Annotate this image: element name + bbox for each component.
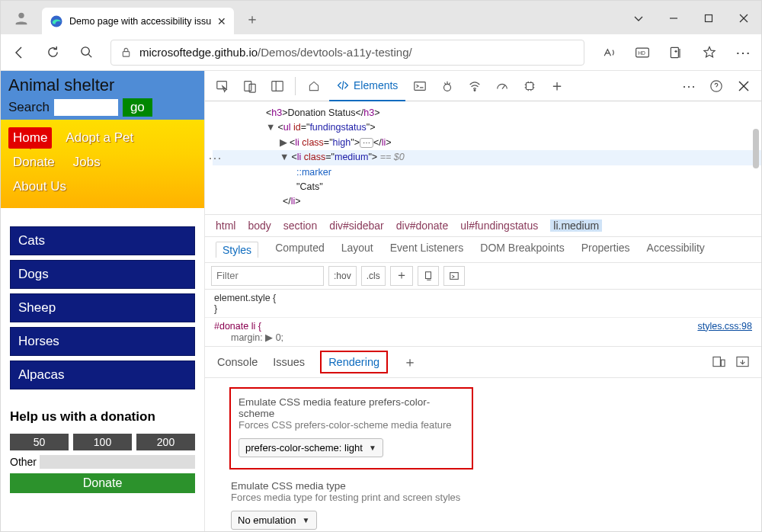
tab-welcome[interactable] <box>300 71 328 101</box>
page-header: Animal shelter Search go <box>1 71 204 120</box>
go-button[interactable]: go <box>123 98 152 117</box>
svg-line-7 <box>88 54 91 57</box>
tab-accessibility[interactable]: Accessibility <box>647 242 705 258</box>
category-item[interactable]: Alpacas <box>10 361 195 389</box>
amount-option[interactable]: 200 <box>136 434 195 450</box>
hov-toggle[interactable]: :hov <box>328 266 357 286</box>
scrollbar-thumb[interactable] <box>753 129 759 168</box>
more-tabs-button[interactable]: ＋ <box>544 73 570 99</box>
nav-home[interactable]: Home <box>8 127 52 149</box>
crumb[interactable]: div#sidebar <box>329 220 384 232</box>
more-drawer-tabs[interactable]: ＋ <box>403 353 417 371</box>
svg-line-20 <box>502 85 505 89</box>
copy-styles-icon[interactable] <box>418 266 439 286</box>
other-amount-input[interactable] <box>40 455 195 469</box>
collections-icon[interactable] <box>667 43 685 62</box>
crumb[interactable]: section <box>283 220 317 232</box>
svg-rect-8 <box>123 52 129 57</box>
menu-icon[interactable]: ⋯ <box>734 43 752 62</box>
dom-tree[interactable]: <h3>Donation Status</h3> ▼<ul id="fundin… <box>205 101 761 214</box>
color-scheme-select[interactable]: prefers-color-scheme: light▼ <box>239 438 383 457</box>
svg-point-6 <box>81 47 88 55</box>
url-field[interactable]: microsoftedge.github.io/Demos/devtools-a… <box>110 40 584 66</box>
media-type-select[interactable]: No emulation▼ <box>231 511 317 530</box>
back-button[interactable] <box>10 43 28 62</box>
breadcrumbs[interactable]: html body section div#sidebar div#donate… <box>205 214 761 236</box>
svg-rect-11 <box>671 47 678 57</box>
nav-about[interactable]: About Us <box>8 176 71 197</box>
new-tab-button[interactable]: ＋ <box>242 8 263 30</box>
search-input[interactable] <box>54 99 118 116</box>
console-icon[interactable] <box>407 73 433 99</box>
crumb[interactable]: html <box>216 220 235 232</box>
donate-button[interactable]: Donate <box>10 473 195 493</box>
nav-jobs[interactable]: Jobs <box>69 152 105 173</box>
edge-icon <box>50 14 63 28</box>
devtools-toolbar: Elements ＋ ⋯ <box>205 71 761 101</box>
category-item[interactable]: Horses <box>10 327 195 356</box>
tab-close-icon[interactable]: ✕ <box>217 15 226 27</box>
tab-rendering[interactable]: Rendering <box>320 351 388 373</box>
svg-rect-17 <box>415 82 425 90</box>
css-rules[interactable]: element.style { } <box>205 290 761 317</box>
crumb-selected[interactable]: li.medium <box>550 220 602 232</box>
close-window-button[interactable] <box>726 4 761 33</box>
css-rules[interactable]: styles.css:98 #donate li { margin: ▶ 0; <box>205 317 761 346</box>
tab-layout[interactable]: Layout <box>341 242 373 258</box>
category-item[interactable]: Sheep <box>10 293 195 322</box>
category-item[interactable]: Cats <box>10 226 195 255</box>
rendered-page: Animal shelter Search go Home Adopt a Pe… <box>1 71 205 532</box>
devtools: Elements ＋ ⋯ <h3>Donation Status</h3> ▼<… <box>205 71 761 532</box>
styles-filter-input[interactable] <box>211 266 324 286</box>
tab-console[interactable]: Console <box>217 356 258 368</box>
read-aloud-icon[interactable] <box>600 43 618 62</box>
chevron-down-icon[interactable] <box>621 4 656 33</box>
refresh-button[interactable] <box>43 43 62 62</box>
rendering-panel: Emulate CSS media feature prefers-color-… <box>205 378 761 532</box>
performance-icon[interactable] <box>489 73 515 99</box>
tab-dom-breakpoints[interactable]: DOM Breakpoints <box>480 242 564 258</box>
crumb[interactable]: ul#fundingstatus <box>460 220 538 232</box>
hd-icon[interactable]: HD <box>633 43 652 62</box>
more-icon[interactable]: ⋯ <box>676 73 702 99</box>
panel-layout-icon[interactable] <box>264 73 290 99</box>
memory-icon[interactable] <box>517 73 543 99</box>
nav-donate[interactable]: Donate <box>8 152 59 173</box>
favorite-icon[interactable] <box>700 43 719 62</box>
svg-rect-25 <box>425 271 431 278</box>
minimize-button[interactable] <box>656 4 691 33</box>
network-icon[interactable] <box>462 73 488 99</box>
crumb[interactable]: div#donate <box>396 220 449 232</box>
amount-option[interactable]: 100 <box>73 434 132 450</box>
tab-properties[interactable]: Properties <box>581 242 630 258</box>
expand-drawer-icon[interactable] <box>736 356 749 367</box>
search-icon[interactable] <box>77 43 95 62</box>
source-link[interactable]: styles.css:98 <box>697 321 752 332</box>
svg-rect-28 <box>721 360 725 367</box>
styles-tabstrip: Styles Computed Layout Event Listeners D… <box>205 236 761 263</box>
tab-title: Demo page with accessibility issu <box>69 16 211 27</box>
tab-issues[interactable]: Issues <box>273 356 305 368</box>
category-item[interactable]: Dogs <box>10 260 195 289</box>
crumb[interactable]: body <box>248 220 271 232</box>
sources-icon[interactable] <box>434 73 460 99</box>
search-label: Search <box>8 100 50 115</box>
help-icon[interactable] <box>703 73 729 99</box>
tab-styles[interactable]: Styles <box>216 242 258 258</box>
nav-adopt[interactable]: Adopt a Pet <box>61 127 138 149</box>
profile-icon[interactable] <box>11 8 31 28</box>
tab-elements[interactable]: Elements <box>329 71 405 101</box>
maximize-button[interactable] <box>691 4 726 33</box>
dock-side-icon[interactable] <box>712 356 725 367</box>
tab-computed[interactable]: Computed <box>275 242 325 258</box>
browser-tab[interactable]: Demo page with accessibility issu ✕ <box>42 8 234 34</box>
new-style-rule[interactable]: ＋ <box>390 266 413 286</box>
close-devtools-icon[interactable] <box>731 73 757 99</box>
amount-option[interactable]: 50 <box>10 434 69 450</box>
svg-rect-3 <box>706 15 712 22</box>
device-toggle-icon[interactable] <box>237 73 263 99</box>
tab-event-listeners[interactable]: Event Listeners <box>390 242 464 258</box>
inspect-icon[interactable] <box>210 73 235 99</box>
computed-view-icon[interactable] <box>443 266 465 286</box>
cls-toggle[interactable]: .cls <box>361 266 386 286</box>
